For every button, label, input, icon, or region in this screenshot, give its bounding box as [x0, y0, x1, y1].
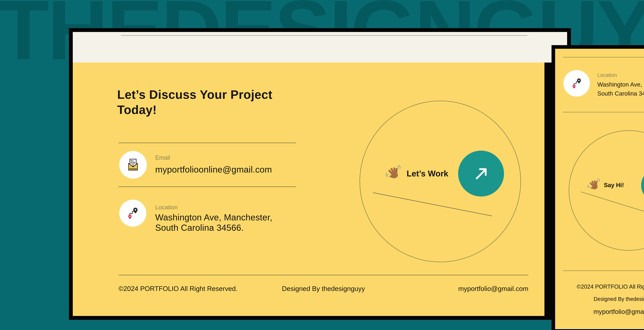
desktop-mockup-card: Let’s Discuss Your Project Today! Email … — [69, 28, 571, 320]
divider — [118, 187, 296, 187]
desktop-footer-section: Let’s Discuss Your Project Today! Email … — [73, 63, 552, 316]
page: THEDESIGNGUYY Let’s Discuss Your Project… — [0, 0, 644, 330]
email-label: Email — [155, 154, 170, 161]
location-value: Washington Ave, Manchester, South Caroli… — [155, 212, 272, 233]
location-value: Washington Ave, Manchester, South Caroli… — [597, 80, 644, 98]
arrow-up-right-icon — [470, 162, 492, 185]
email-icon-circle — [119, 151, 147, 179]
email-icon — [125, 157, 141, 173]
cta-label: Say Hi! — [604, 182, 624, 189]
page-title: Let’s Discuss Your Project Today! — [117, 87, 290, 117]
lets-work-arrow-button[interactable] — [458, 151, 504, 197]
footer-email-link[interactable]: myportfolio@gmail.com — [118, 285, 528, 292]
footer-divider — [118, 275, 528, 275]
divider — [563, 57, 644, 57]
footer-email-link[interactable]: myportfolio@gmail.com — [555, 308, 644, 315]
waving-hand-icon — [588, 178, 601, 191]
location-icon-circle — [119, 200, 146, 227]
waving-hand-icon — [386, 164, 402, 181]
cta-label: Let’s Work — [406, 169, 448, 178]
email-value[interactable]: myportfolioonline@gmail.com — [155, 164, 272, 175]
location-label: Location — [155, 204, 178, 211]
footer-divider — [563, 271, 644, 271]
copyright-text: ©2024 PORTFOLIO All Right Reserved. — [555, 283, 644, 290]
location-line-1: Washington Ave, Manchester, — [597, 80, 644, 89]
route-location-icon — [126, 206, 140, 220]
header-divider — [121, 35, 528, 36]
location-line-2: South Carolina 34566. — [597, 89, 644, 98]
location-line-2: South Carolina 34566. — [155, 222, 272, 233]
divider — [118, 143, 296, 143]
location-icon-circle — [563, 70, 590, 97]
location-label: Location — [597, 72, 617, 78]
location-line-1: Washington Ave, Manchester, — [155, 212, 272, 222]
decorative-circle — [569, 130, 644, 251]
mobile-mockup-card: Location Washington Ave, Manchester, Sou… — [552, 45, 644, 330]
route-location-icon — [570, 77, 583, 90]
designed-by-text: Designed By thedesignguyy — [555, 296, 644, 302]
divider — [563, 112, 644, 112]
next-section-strip — [555, 329, 644, 330]
